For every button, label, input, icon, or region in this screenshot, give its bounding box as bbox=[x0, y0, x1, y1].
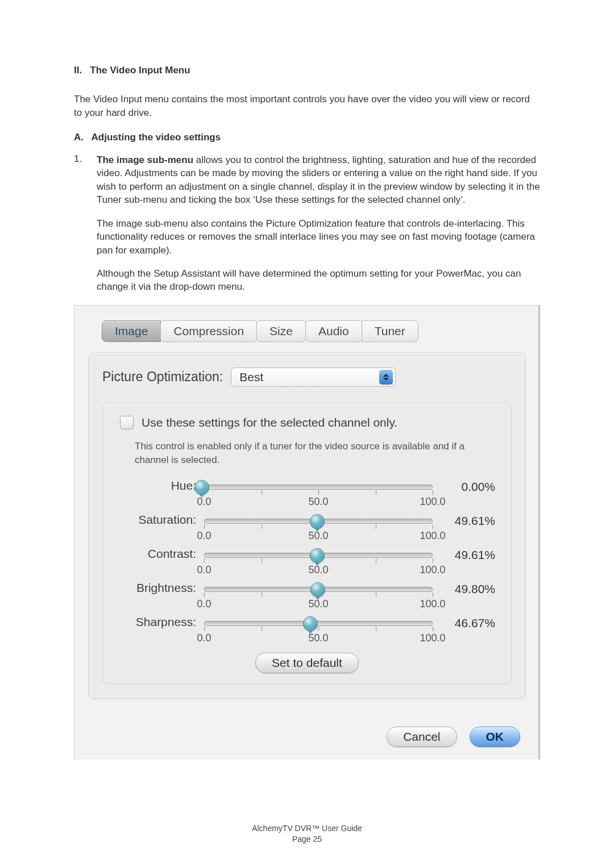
slider-zone[interactable]: 0.050.0100.0 bbox=[202, 615, 435, 649]
subsection-heading: A. Adjusting the video settings bbox=[74, 131, 540, 144]
picture-optimization-row: Picture Optimization: Best bbox=[102, 368, 514, 387]
slider-row: Hue:0.050.0100.00.00% bbox=[119, 479, 495, 513]
slider-label: Brightness: bbox=[119, 581, 198, 595]
set-default-button[interactable]: Set to default bbox=[255, 653, 359, 673]
slider-value: 0.00% bbox=[438, 479, 495, 494]
dialog-panel: Image Compression Size Audio Tuner Pictu… bbox=[74, 305, 540, 760]
tab-bar: Image Compression Size Audio Tuner bbox=[102, 320, 526, 342]
slider-value: 49.61% bbox=[438, 547, 495, 562]
slider-tick-max: 100.0 bbox=[420, 632, 445, 644]
slider-row: Contrast:0.050.0100.049.61% bbox=[119, 547, 495, 581]
slider-tick-min: 0.0 bbox=[197, 496, 211, 508]
slider-track bbox=[204, 485, 433, 490]
slider-label: Saturation: bbox=[119, 513, 198, 527]
tab-compression[interactable]: Compression bbox=[160, 320, 257, 342]
section-intro: The Video Input menu contains the most i… bbox=[74, 93, 540, 119]
dialog-buttons: Cancel OK bbox=[88, 727, 520, 747]
slider-thumb[interactable] bbox=[303, 616, 318, 631]
slider-tick-min: 0.0 bbox=[197, 564, 211, 576]
slider-value: 49.61% bbox=[438, 513, 495, 528]
section-number: II. bbox=[74, 65, 82, 76]
slider-zone[interactable]: 0.050.0100.0 bbox=[202, 479, 435, 513]
slider-thumb[interactable] bbox=[310, 582, 325, 597]
slider-tick-max: 100.0 bbox=[420, 598, 445, 610]
slider-track bbox=[204, 621, 433, 626]
picture-optimization-value: Best bbox=[239, 370, 263, 384]
tab-audio[interactable]: Audio bbox=[305, 320, 362, 342]
tab-tuner[interactable]: Tuner bbox=[362, 320, 418, 342]
slider-thumb[interactable] bbox=[310, 548, 325, 563]
slider-tick-mid: 50.0 bbox=[308, 632, 328, 644]
list-item-para1: The image sub-menu allows you to control… bbox=[97, 153, 540, 207]
list-item-bold: The image sub-menu bbox=[97, 155, 193, 165]
slider-tick-min: 0.0 bbox=[197, 632, 211, 644]
slider-row: Sharpness:0.050.0100.046.67% bbox=[119, 615, 495, 649]
tab-size[interactable]: Size bbox=[256, 320, 306, 342]
list-item-para3: Although the Setup Assistant will have d… bbox=[97, 267, 540, 294]
subsection-title: Adjusting the video settings bbox=[92, 132, 221, 143]
panel-inner: Picture Optimization: Best Use these set… bbox=[88, 352, 526, 700]
subsection-number: A. bbox=[74, 132, 84, 143]
slider-label: Hue: bbox=[119, 479, 198, 493]
slider-row: Brightness:0.050.0100.049.80% bbox=[119, 581, 495, 615]
list-item-para2: The image sub-menu also contains the Pic… bbox=[97, 217, 540, 257]
slider-ticks bbox=[204, 490, 433, 496]
section-title: The Video Input Menu bbox=[90, 65, 190, 76]
footer-page-label: Page bbox=[292, 834, 313, 844]
footer-page-number: 25 bbox=[313, 834, 322, 844]
page-footer: AlchemyTV DVR™ User Guide Page 25 bbox=[0, 823, 614, 845]
slider-zone[interactable]: 0.050.0100.0 bbox=[202, 547, 435, 581]
slider-tick-max: 100.0 bbox=[420, 564, 445, 576]
ok-button[interactable]: OK bbox=[470, 727, 521, 747]
slider-thumb[interactable] bbox=[310, 514, 325, 529]
picture-optimization-popup[interactable]: Best bbox=[231, 368, 396, 387]
slider-tick-max: 100.0 bbox=[420, 496, 445, 508]
slider-row: Saturation:0.050.0100.049.61% bbox=[119, 513, 495, 547]
slider-zone[interactable]: 0.050.0100.0 bbox=[202, 513, 435, 547]
tab-image[interactable]: Image bbox=[102, 320, 161, 342]
slider-tick-mid: 50.0 bbox=[308, 564, 328, 576]
section-heading: II. The Video Input Menu bbox=[74, 64, 540, 77]
slider-zone[interactable]: 0.050.0100.0 bbox=[202, 581, 435, 615]
slider-label: Contrast: bbox=[119, 547, 198, 561]
slider-value: 49.80% bbox=[438, 581, 495, 596]
channel-only-checkbox[interactable] bbox=[120, 416, 134, 429]
channel-only-hint: This control is enabled only if a tuner … bbox=[135, 440, 495, 467]
picture-optimization-label: Picture Optimization: bbox=[102, 369, 223, 385]
channel-settings-box: Use these settings for the selected chan… bbox=[102, 403, 512, 685]
slider-tick-mid: 50.0 bbox=[308, 530, 328, 542]
slider-thumb[interactable] bbox=[194, 480, 209, 495]
popup-arrows-icon bbox=[379, 370, 393, 385]
footer-title: AlchemyTV DVR™ User Guide bbox=[252, 824, 362, 833]
channel-only-label: Use these settings for the selected chan… bbox=[142, 416, 397, 429]
slider-tick-mid: 50.0 bbox=[308, 496, 328, 508]
slider-tick-max: 100.0 bbox=[420, 530, 445, 542]
cancel-button[interactable]: Cancel bbox=[387, 727, 457, 747]
list-number: 1. bbox=[74, 153, 86, 294]
slider-tick-mid: 50.0 bbox=[308, 598, 328, 610]
slider-ticks bbox=[204, 627, 433, 632]
slider-label: Sharpness: bbox=[119, 615, 198, 629]
slider-value: 46.67% bbox=[438, 615, 495, 630]
slider-tick-min: 0.0 bbox=[197, 530, 211, 542]
slider-tick-min: 0.0 bbox=[197, 598, 211, 610]
